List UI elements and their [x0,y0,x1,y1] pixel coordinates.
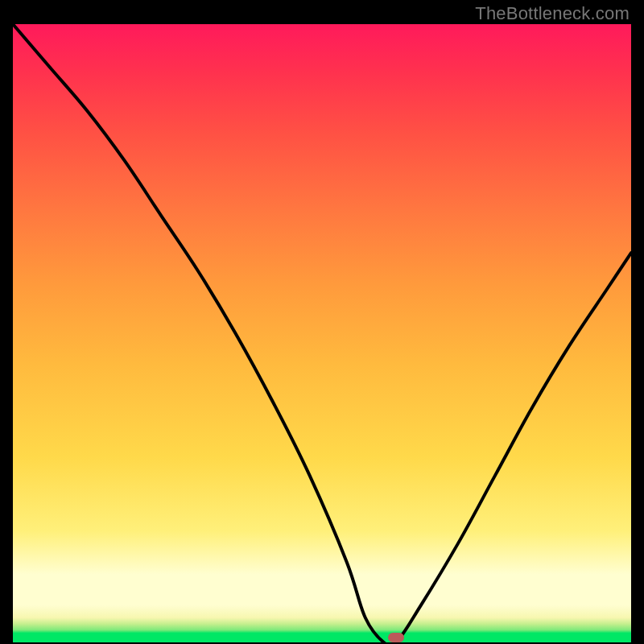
minimum-marker [388,633,404,642]
watermark-text: TheBottleneck.com [475,3,630,24]
bottleneck-curve-path [13,24,631,642]
chart-frame [13,24,631,642]
bottleneck-curve [13,24,631,642]
